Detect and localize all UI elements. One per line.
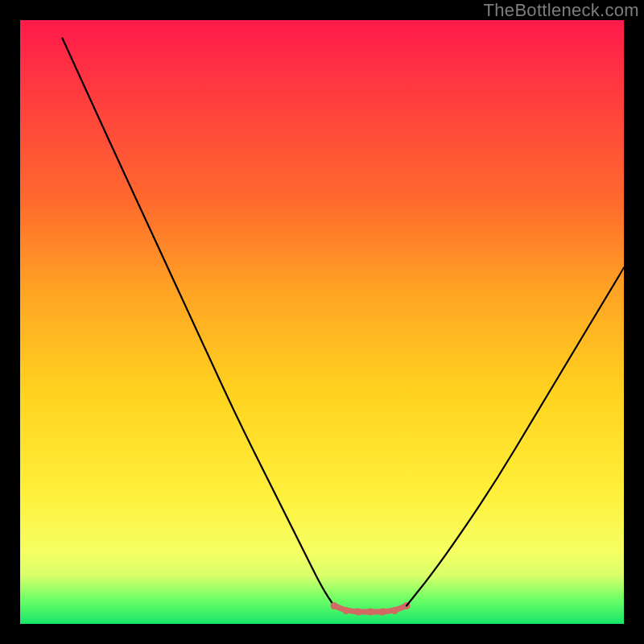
series-group (63, 39, 625, 616)
chart-svg (20, 20, 624, 624)
chart-frame: TheBottleneck.com (0, 0, 644, 644)
watermark-label: TheBottleneck.com (484, 0, 639, 21)
valley-node (379, 609, 386, 616)
plot-area (20, 20, 624, 624)
valley-node (355, 609, 362, 616)
valley-node (367, 609, 374, 616)
valley-node (391, 607, 398, 614)
series-left-falling-curve (63, 39, 335, 606)
series-right-rising-curve (407, 268, 624, 606)
valley-node (343, 607, 350, 614)
valley-node (331, 602, 338, 609)
